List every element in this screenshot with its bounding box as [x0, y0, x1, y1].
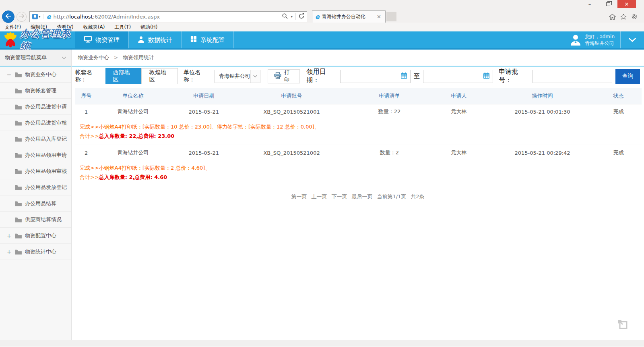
- sidebar-item[interactable]: 办公用品领用审核: [0, 163, 71, 179]
- table-row[interactable]: 2青海钻井公司2015-05-21XB_SQ_20150521002数量：2元大…: [75, 145, 642, 160]
- folder-icon: [14, 201, 22, 206]
- pagination-link[interactable]: 下一页: [331, 193, 347, 200]
- table-cell: 完成: [602, 145, 642, 160]
- table-cell: XB_SQ_20150521001: [239, 104, 344, 119]
- minimize-button[interactable]: –: [580, 0, 599, 8]
- table-header-row: 序号单位名称申请日期申请批号申请清单申请人操作时间状态: [75, 88, 642, 104]
- breadcrumb: 物资业务中心 > 物资领用统计: [72, 50, 644, 66]
- table-cell: XB_SQ_20150521002: [239, 145, 344, 160]
- resize-corner-icon[interactable]: [617, 318, 629, 332]
- table-cell: 元大林: [435, 145, 483, 160]
- expander-icon[interactable]: +: [6, 249, 12, 255]
- sidebar-item[interactable]: 办公用品入库登记: [0, 131, 71, 147]
- column-header: 申请批号: [239, 88, 344, 104]
- detail-total-value: 总入库数量: 22,总费用: 23.00: [99, 133, 175, 139]
- content-area: 物资业务中心 > 物资领用统计 帐套名称： 西部地区 敦煌地区 单位名称： 青海…: [72, 50, 644, 340]
- tab-data-statistics[interactable]: 数据统计: [128, 31, 181, 48]
- sidebar-item[interactable]: 办公用品发放登记: [0, 179, 71, 195]
- address-bar[interactable]: ▾ e http://localhost:62002/Admin/Index.a…: [29, 11, 307, 22]
- ie-logo-icon: e: [315, 13, 320, 21]
- sidebar-item[interactable]: +物资统计中心: [0, 244, 71, 260]
- folder-icon: [14, 249, 22, 255]
- url-text[interactable]: http://localhost:62002/Admin/Index.aspx: [53, 14, 282, 20]
- back-button[interactable]: [2, 10, 14, 23]
- sidebar-item[interactable]: 办公用品领用申请: [0, 147, 71, 163]
- pagination-link[interactable]: 上一页: [311, 193, 327, 200]
- home-icon[interactable]: [609, 14, 616, 20]
- restore-icon: [606, 2, 610, 6]
- filter-bar: 帐套名称： 西部地区 敦煌地区 单位名称： 青海钻井公司 打印 领用日期： 至: [72, 66, 644, 86]
- chevron-down-icon: [250, 70, 260, 83]
- sidebar-title: 物资管理导航菜单: [5, 54, 47, 61]
- unit-select[interactable]: 青海钻井公司: [215, 70, 260, 83]
- sidebar-item[interactable]: 办公用品结算: [0, 195, 71, 212]
- close-button[interactable]: ✕: [617, 0, 636, 8]
- region-button-dunhuang[interactable]: 敦煌地区: [141, 68, 178, 84]
- sidebar-item[interactable]: 物资帐套管理: [0, 83, 71, 99]
- menu-help[interactable]: 帮助(H): [140, 24, 157, 31]
- column-header: 申请清单: [344, 88, 435, 104]
- menu-favorites[interactable]: 收藏夹(A): [83, 24, 105, 31]
- pagination-total: 共2条: [411, 193, 424, 200]
- browser-menubar: 文件(F) 编辑(E) 查看(V) 收藏夹(A) 工具(T) 帮助(H): [0, 23, 644, 31]
- sidebar-item[interactable]: 办公用品进货申请: [0, 99, 71, 115]
- date-to-input[interactable]: [423, 70, 493, 83]
- detail-total-line: 合计>>总入库数量: 2,总费用: 4.60: [80, 174, 638, 181]
- table-cell: 青海钻井公司: [97, 145, 168, 160]
- sidebar-item[interactable]: −物资业务中心: [0, 66, 71, 83]
- browser-tab[interactable]: e 青海钻井办公自动化 ✕: [312, 10, 386, 23]
- tab-close-icon[interactable]: ✕: [376, 14, 382, 20]
- pagination: 第一页上一页下一页最后一页当前第1/1页共2条: [72, 193, 644, 200]
- sidebar-item[interactable]: +物资配置中心: [0, 228, 71, 244]
- app-header: 办公管理系统 物资管理 数据统计 系统配置 您好，admin 青海钻井公司: [0, 31, 644, 50]
- pagination-link[interactable]: 第一页: [291, 193, 307, 200]
- table-cell: 元大林: [435, 104, 483, 119]
- calendar-icon[interactable]: [483, 72, 490, 80]
- user-menu[interactable]: 您好，admin 青海钻井公司: [570, 33, 615, 47]
- account-set-label: 帐套名称：: [75, 69, 102, 83]
- menu-tools[interactable]: 工具(T): [114, 24, 131, 31]
- printer-icon: [274, 72, 281, 80]
- query-button[interactable]: 查询: [615, 69, 640, 84]
- table-row[interactable]: 1青海钻井公司2015-05-21XB_SQ_20150521001数量：22元…: [75, 104, 642, 119]
- security-zone-icon[interactable]: ▾: [32, 14, 43, 19]
- expander-icon[interactable]: −: [6, 71, 12, 78]
- tab-system-config[interactable]: 系统配置: [181, 31, 234, 48]
- app-logo: 办公管理系统: [0, 31, 75, 48]
- forward-button[interactable]: [17, 12, 27, 22]
- menu-file[interactable]: 文件(F): [5, 24, 21, 31]
- detail-items-line: 完成>>小钢炮A4打印纸：[实际数量：10 总价：23.00]、得力签字笔：[实…: [80, 122, 638, 131]
- sidebar-item-label: 办公用品入库登记: [25, 135, 67, 143]
- person-icon: [138, 36, 144, 44]
- table-cell: 2015-05-21 00:01:30: [483, 104, 602, 119]
- print-button[interactable]: 打印: [268, 69, 300, 83]
- request-date-label: 领用日期：: [306, 68, 337, 85]
- date-from-input[interactable]: [340, 70, 410, 83]
- sidebar-item[interactable]: 办公用品进货审核: [0, 115, 71, 131]
- chevron-down-icon[interactable]: [621, 38, 644, 42]
- refresh-icon[interactable]: [299, 13, 304, 20]
- region-button-west[interactable]: 西部地区: [105, 68, 141, 84]
- sidebar-item[interactable]: 供应商结算情况: [0, 212, 71, 228]
- detail-total-prefix: 合计>>: [80, 174, 99, 180]
- restore-button[interactable]: [599, 0, 617, 8]
- folder-icon: [14, 217, 22, 222]
- sidebar-header[interactable]: 物资管理导航菜单: [0, 50, 71, 66]
- tab-material-management[interactable]: 物资管理: [75, 31, 128, 48]
- breadcrumb-parent[interactable]: 物资业务中心: [78, 54, 109, 61]
- favorites-star-icon[interactable]: [620, 14, 627, 20]
- table-cell: 完成: [602, 104, 642, 119]
- chevron-down-icon[interactable]: ▾: [291, 15, 293, 19]
- expander-icon[interactable]: +: [6, 233, 12, 239]
- batch-number-input[interactable]: [533, 70, 612, 83]
- ie-logo-icon: e: [47, 13, 51, 21]
- table-detail-row: 完成>>小钢炮A4打印纸：[实际数量：2 总价：4.60]、合计>>总入库数量:…: [75, 160, 642, 186]
- search-icon[interactable]: [282, 13, 288, 20]
- folder-icon: [14, 104, 22, 110]
- detail-items-line: 完成>>小钢炮A4打印纸：[实际数量：2 总价：4.60]、: [80, 163, 638, 172]
- pagination-link[interactable]: 最后一页: [351, 193, 372, 200]
- user-company: 青海钻井公司: [585, 40, 615, 46]
- gear-icon[interactable]: [631, 13, 638, 20]
- calendar-icon[interactable]: [400, 72, 407, 80]
- new-tab-button[interactable]: [386, 12, 396, 21]
